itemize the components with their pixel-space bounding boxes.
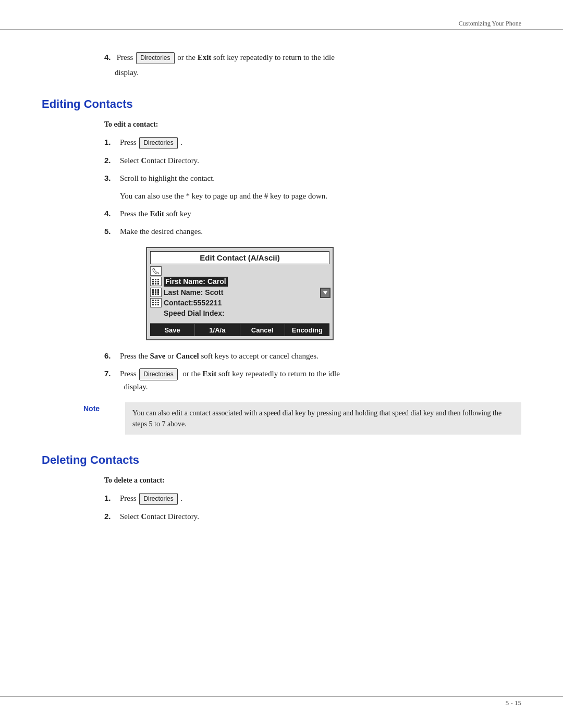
step-text-6: Press the Save or Cancel soft keys to ac… xyxy=(120,350,521,362)
softkey-encoding[interactable]: Encoding xyxy=(285,324,329,336)
step-text-1: Press Directories . xyxy=(120,136,521,149)
phone-row-2: First Name: Carol xyxy=(150,277,317,286)
exit-bold-7: Exit xyxy=(203,369,217,378)
step-text-3: Scroll to highlight the contact. xyxy=(120,172,521,184)
delete-sub-heading: To delete a contact: xyxy=(104,476,521,485)
phone-softkeys: Save 1/A/a Cancel Encoding xyxy=(150,323,329,336)
delete-step-2: 2. Select Contact Directory. xyxy=(104,510,521,523)
edit-step-7: 7. Press Directories or the Exit soft ke… xyxy=(104,367,521,393)
edit-steps-list: 1. Press Directories . 2. Select Contact… xyxy=(104,136,521,184)
softkey-save[interactable]: Save xyxy=(150,324,195,336)
del-contact-c: C xyxy=(141,512,146,521)
edit-steps-after: 6. Press the Save or Cancel soft keys to… xyxy=(104,350,521,393)
note-content: You can also edit a contact associated w… xyxy=(125,402,521,435)
softkey-1aa[interactable]: 1/A/a xyxy=(195,324,240,336)
step-num-6: 6. xyxy=(104,350,120,362)
phone-row-4: Contact:5552211 xyxy=(150,298,317,307)
page-number: 5 - 15 xyxy=(506,699,521,707)
delete-steps-list: 1. Press Directories . 2. Select Contact… xyxy=(104,492,521,523)
del-step-num-1: 1. xyxy=(104,492,120,504)
step-num-4: 4. xyxy=(104,207,120,220)
phone-row-5-text: Speed Dial Index: xyxy=(164,309,225,318)
step-text-5: Make the desired changes. xyxy=(120,225,521,238)
blank-icon xyxy=(150,309,162,318)
edit-step-1: 1. Press Directories . xyxy=(104,136,521,149)
deleting-contacts-heading: Deleting Contacts xyxy=(42,453,521,467)
step-num-1: 1. xyxy=(104,136,120,149)
footer-divider xyxy=(0,696,563,697)
intro-step-text: Press xyxy=(117,53,133,61)
phone-row-5: Speed Dial Index: xyxy=(150,309,317,318)
del-step-text-2: Select Contact Directory. xyxy=(120,510,521,523)
step-num-3: 3. xyxy=(104,172,120,184)
edit-bold: Edit xyxy=(150,209,165,218)
step-text-4: Press the Edit soft key xyxy=(120,207,521,220)
directories-button-del-1[interactable]: Directories xyxy=(139,493,177,505)
intro-step-num: 4. xyxy=(104,53,111,61)
edit-steps-list-b: 4. Press the Edit soft key 5. Make the d… xyxy=(104,207,521,238)
edit-step-5: 5. Make the desired changes. xyxy=(104,225,521,238)
step-text-7: Press Directories or the Exit soft key r… xyxy=(120,367,521,393)
edit-step-3: 3. Scroll to highlight the contact. xyxy=(104,172,521,184)
exit-bold: Exit xyxy=(198,53,212,61)
edit-sub-heading: To edit a contact: xyxy=(104,120,521,129)
intro-text2: or the Exit soft key repeatedly to retur… xyxy=(177,53,335,61)
contact-bold-c: C xyxy=(141,156,146,165)
del-step-num-2: 2. xyxy=(104,510,120,523)
phone-row-2-text: First Name: Carol xyxy=(164,277,228,286)
editing-contacts-heading: Editing Contacts xyxy=(42,97,521,111)
step-text-2: Select Contact Directory. xyxy=(120,154,521,167)
grid-icon-3 xyxy=(150,298,162,307)
directories-button-intro[interactable]: Directories xyxy=(136,52,174,64)
phone-row-4-text: Contact:5552211 xyxy=(164,298,222,307)
note-label: Note xyxy=(83,402,125,413)
phone-row-3: Last Name: Scott xyxy=(150,288,317,297)
intro-step: 4. Press Directories or the Exit soft ke… xyxy=(104,51,521,79)
directories-button-7[interactable]: Directories xyxy=(139,368,177,380)
grid-icon-1 xyxy=(150,277,162,286)
svg-marker-0 xyxy=(323,291,327,294)
edit-step-4: 4. Press the Edit soft key xyxy=(104,207,521,220)
delete-step-1: 1. Press Directories . xyxy=(104,492,521,505)
phone-rows-area: First Name: Carol Last Name: Scott xyxy=(147,264,333,321)
main-content: 4. Press Directories or the Exit soft ke… xyxy=(42,36,521,528)
scroll-down-arrow[interactable] xyxy=(320,288,331,298)
del-step-text-1: Press Directories . xyxy=(120,492,521,505)
note-box: Note You can also edit a contact associa… xyxy=(83,402,521,435)
directories-button-1[interactable]: Directories xyxy=(139,137,177,149)
cancel-bold: Cancel xyxy=(176,352,199,360)
save-bold: Save xyxy=(150,352,166,360)
top-divider xyxy=(0,29,563,30)
phone-screen-container: Edit Contact (A/Ascii) xyxy=(146,247,334,340)
grid-icon-2 xyxy=(150,288,162,297)
intro-line2: display. xyxy=(115,66,521,79)
phone-title-bar: Edit Contact (A/Ascii) xyxy=(150,251,329,264)
edit-step-2: 2. Select Contact Directory. xyxy=(104,154,521,167)
softkey-cancel[interactable]: Cancel xyxy=(240,324,285,336)
phone-icon xyxy=(150,266,162,276)
phone-screen: Edit Contact (A/Ascii) xyxy=(146,247,334,340)
edit-step-6: 6. Press the Save or Cancel soft keys to… xyxy=(104,350,521,362)
chapter-title: Customizing Your Phone xyxy=(459,20,521,28)
step-num-7: 7. xyxy=(104,367,120,380)
phone-row-1 xyxy=(150,266,317,276)
step-num-2: 2. xyxy=(104,154,120,167)
step-num-5: 5. xyxy=(104,225,120,238)
step3-note: You can also use the * key to page up an… xyxy=(120,190,521,202)
phone-row-3-text: Last Name: Scott xyxy=(164,288,223,297)
